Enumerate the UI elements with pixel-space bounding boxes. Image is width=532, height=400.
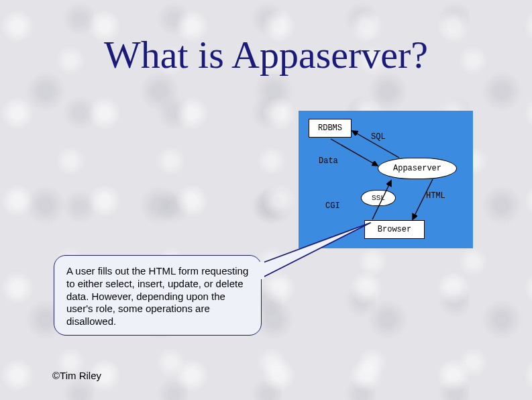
slide-title: What is Appaserver? bbox=[0, 32, 532, 77]
copyright-text: ©Tim Riley bbox=[52, 370, 101, 381]
svg-line-1 bbox=[331, 139, 378, 166]
callout-body: A user fills out the HTML form requestin… bbox=[54, 255, 262, 336]
svg-rect-4 bbox=[256, 262, 264, 279]
svg-line-3 bbox=[372, 181, 391, 219]
svg-line-0 bbox=[352, 131, 399, 158]
svg-line-2 bbox=[413, 179, 433, 219]
callout-pointer bbox=[256, 223, 384, 283]
